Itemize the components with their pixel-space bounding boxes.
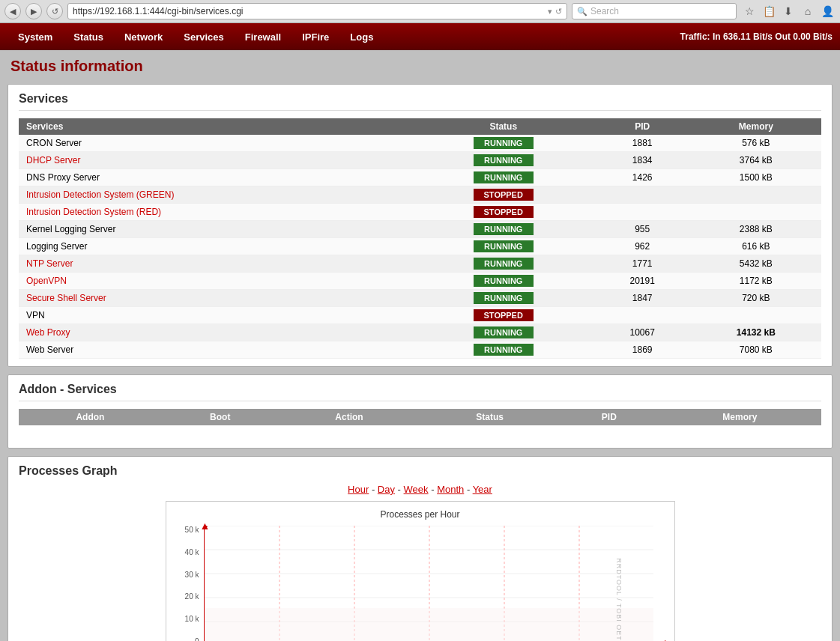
service-memory: 720 kB [691, 290, 821, 307]
service-pid: 955 [594, 221, 691, 238]
table-row: DNS Proxy ServerRUNNING14261500 kB [19, 169, 821, 186]
page-title: Status information [10, 58, 833, 75]
service-pid: 1771 [594, 255, 691, 273]
nav-status[interactable]: Status [63, 25, 114, 49]
table-row: CRON ServerRUNNING1881576 kB [19, 135, 821, 152]
reload-button[interactable]: ↺ [46, 3, 63, 19]
service-pid: 20191 [594, 273, 691, 290]
service-pid: 10067 [594, 324, 691, 341]
graph-link-day[interactable]: Day [378, 484, 395, 495]
user-icon[interactable]: 👤 [819, 3, 836, 19]
nav-firewall[interactable]: Firewall [235, 25, 291, 49]
nav-ipfire[interactable]: IPFire [291, 25, 339, 49]
service-pid [594, 204, 691, 221]
download-icon[interactable]: ⬇ [780, 3, 797, 19]
browser-chrome: ◀ ▶ ↺ https://192.168.1.1:444/cgi-bin/se… [0, 0, 840, 23]
table-row: Web ServerRUNNING18697080 kB [19, 341, 821, 359]
service-status: RUNNING [413, 290, 594, 307]
service-name: VPN [19, 307, 413, 324]
col-status: Status [413, 118, 594, 135]
graph-title: Processes Graph [19, 464, 821, 478]
search-placeholder: Search [590, 6, 619, 16]
graph-link-hour[interactable]: Hour [348, 484, 369, 495]
back-button[interactable]: ◀ [4, 3, 21, 19]
service-memory: 2388 kB [691, 221, 821, 238]
url-icons: ▾↺ [548, 7, 562, 16]
service-link[interactable]: DHCP Server [26, 155, 80, 165]
nav-network[interactable]: Network [114, 25, 173, 49]
star-icon[interactable]: ☆ [741, 3, 758, 19]
service-pid: 1834 [594, 152, 691, 169]
nav-system[interactable]: System [7, 25, 63, 49]
service-status: RUNNING [413, 341, 594, 359]
service-link[interactable]: Intrusion Detection System (RED) [26, 207, 161, 217]
service-status: STOPPED [413, 307, 594, 324]
service-status: RUNNING [413, 169, 594, 186]
service-memory [691, 307, 821, 324]
url-bar[interactable]: https://192.168.1.1:444/cgi-bin/services… [67, 3, 567, 19]
service-pid: 1881 [594, 135, 691, 152]
services-table: Services Status PID Memory CRON ServerRU… [19, 118, 821, 359]
table-row: Web ProxyRUNNING1006714132 kB [19, 324, 821, 341]
service-memory: 1500 kB [691, 169, 821, 186]
service-link[interactable]: Secure Shell Server [26, 293, 106, 303]
service-name: Kernel Logging Server [19, 221, 413, 238]
app-nav: System Status Network Services Firewall … [0, 23, 840, 50]
nav-logs[interactable]: Logs [339, 25, 384, 49]
service-status: RUNNING [413, 238, 594, 255]
home-icon[interactable]: ⌂ [800, 3, 816, 19]
svg-rect-10 [205, 608, 653, 641]
toolbar-icons: ☆ 📋 ⬇ ⌂ 👤 [741, 3, 836, 19]
table-row: NTP ServerRUNNING17715432 kB [19, 255, 821, 273]
nav-links: System Status Network Services Firewall … [7, 25, 384, 49]
service-memory [691, 186, 821, 204]
page-content: Status information Services Services Sta… [0, 50, 840, 641]
search-bar[interactable]: 🔍 Search [572, 3, 737, 19]
graph-link-year[interactable]: Year [473, 484, 492, 495]
service-link[interactable]: Intrusion Detection System (GREEN) [26, 189, 174, 200]
service-status: RUNNING [413, 324, 594, 341]
graph-link-week[interactable]: Week [404, 484, 429, 495]
service-memory: 1172 kB [691, 273, 821, 290]
service-memory: 5432 kB [691, 255, 821, 273]
addon-col-addon: Addon [19, 409, 162, 425]
table-row: DHCP ServerRUNNING18343764 kB [19, 152, 821, 169]
addon-col-action: Action [279, 409, 420, 425]
watermark: RRDTOOL / TOBI OETIKER [615, 558, 623, 641]
traffic-info: Traffic: In 636.11 Bit/s Out 0.00 Bit/s [680, 31, 833, 42]
col-memory: Memory [691, 118, 821, 135]
table-row: Intrusion Detection System (GREEN)STOPPE… [19, 186, 821, 204]
bookmark-icon[interactable]: 📋 [761, 3, 777, 19]
forward-button[interactable]: ▶ [25, 3, 42, 19]
col-pid: PID [594, 118, 691, 135]
service-pid: 1847 [594, 290, 691, 307]
service-memory: 3764 kB [691, 152, 821, 169]
service-pid: 962 [594, 238, 691, 255]
table-row: VPNSTOPPED [19, 307, 821, 324]
service-status: RUNNING [413, 152, 594, 169]
nav-services[interactable]: Services [173, 25, 235, 49]
graph-nav: Hour - Day - Week - Month - Year [19, 484, 821, 495]
service-status: RUNNING [413, 273, 594, 290]
service-pid: 1869 [594, 341, 691, 359]
service-link[interactable]: NTP Server [26, 258, 73, 269]
addon-col-memory: Memory [659, 409, 821, 425]
y-axis: 50 k 40 k 30 k 20 k 10 k 0 [174, 526, 202, 641]
table-row: Logging ServerRUNNING962616 kB [19, 238, 821, 255]
services-section-title: Services [19, 92, 821, 111]
service-link[interactable]: OpenVPN [26, 276, 67, 286]
service-link[interactable]: Web Proxy [26, 327, 70, 338]
services-section: Services Services Status PID Memory CRON… [7, 84, 833, 367]
addon-section-title: Addon - Services [19, 383, 821, 401]
table-row: OpenVPNRUNNING201911172 kB [19, 273, 821, 290]
graph-link-month[interactable]: Month [437, 484, 464, 495]
table-row: Intrusion Detection System (RED)STOPPED [19, 204, 821, 221]
service-memory: 576 kB [691, 135, 821, 152]
col-services: Services [19, 118, 413, 135]
service-memory: 616 kB [691, 238, 821, 255]
table-row: Secure Shell ServerRUNNING1847720 kB [19, 290, 821, 307]
service-pid: 1426 [594, 169, 691, 186]
addon-col-boot: Boot [162, 409, 279, 425]
service-status: STOPPED [413, 186, 594, 204]
service-memory: 7080 kB [691, 341, 821, 359]
